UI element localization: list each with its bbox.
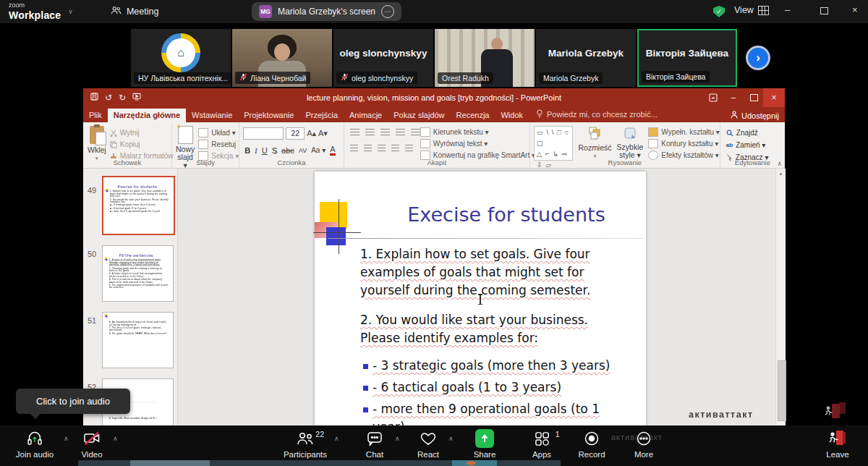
participant-tile-orest[interactable]: Orest Radukh bbox=[435, 29, 535, 87]
leave-button[interactable]: Leave bbox=[817, 429, 858, 459]
start-slideshow-icon[interactable] bbox=[132, 93, 141, 103]
strikethrough-button[interactable]: abc bbox=[281, 146, 294, 155]
cut-button[interactable]: Wytnij bbox=[110, 127, 174, 138]
align-right-icon[interactable] bbox=[378, 145, 386, 152]
slide-scrollbar[interactable]: ▲ bbox=[775, 169, 786, 425]
text-direction-button[interactable]: Kierunek tekstu ▾ bbox=[420, 127, 535, 137]
share-icon bbox=[475, 429, 494, 448]
align-text-button[interactable]: Wyrównaj tekst ▾ bbox=[420, 138, 535, 149]
window-restore-button[interactable] bbox=[820, 7, 828, 14]
participant-tile-mariola[interactable]: Mariola Grzebyk Mariola Grzebyk bbox=[536, 29, 636, 87]
scrollbar-thumb[interactable] bbox=[778, 360, 786, 421]
bullet-square bbox=[363, 364, 368, 369]
columns-icon[interactable] bbox=[405, 145, 413, 152]
copy-button[interactable]: Kopiuj bbox=[110, 139, 174, 150]
tab-projektowanie[interactable]: Projektowanie bbox=[238, 109, 299, 122]
redo-icon[interactable]: ↻ bbox=[119, 93, 126, 103]
join-audio-button[interactable]: Join audio bbox=[10, 429, 59, 459]
slide-thumbnail-51[interactable]: 6. Are broadly defined targets or future… bbox=[102, 312, 174, 368]
workspace-chevron-down-icon[interactable]: ∨ bbox=[68, 8, 73, 15]
participant-name-label: Вікторія Зайцева bbox=[646, 72, 705, 81]
text-shadow-button[interactable]: S bbox=[272, 146, 277, 155]
tell-me-search[interactable]: Powiedz mi, co chcesz zrobić... bbox=[536, 109, 658, 122]
view-button[interactable]: View bbox=[734, 5, 769, 15]
tab-pokaz-slajdow[interactable]: Pokaz slajdów bbox=[388, 109, 450, 122]
layout-button[interactable]: Układ ▾ bbox=[198, 127, 239, 138]
tab-przejscia[interactable]: Przejścia bbox=[299, 109, 344, 122]
align-center-icon[interactable] bbox=[364, 145, 372, 152]
collapse-ribbon-icon[interactable]: ∧ bbox=[777, 160, 782, 167]
grow-font-button[interactable]: A▴ bbox=[307, 129, 316, 138]
change-case-button[interactable]: Aa ▾ bbox=[311, 146, 326, 154]
quick-styles-button[interactable]: Szybkiestyle ▾ bbox=[617, 122, 644, 161]
react-button[interactable]: React bbox=[412, 429, 444, 459]
video-options-chevron[interactable]: ∧ bbox=[113, 435, 118, 442]
participant-tile-liana[interactable]: Ліана Чернобай bbox=[232, 29, 332, 87]
apps-button[interactable]: 1 Apps bbox=[525, 429, 558, 459]
font-name-input[interactable] bbox=[243, 127, 284, 140]
react-chevron[interactable]: ∧ bbox=[448, 435, 454, 442]
screen-share-indicator-pill[interactable]: MG Mariola Grzebyk's screen ⋯ bbox=[252, 2, 401, 21]
arrange-button[interactable]: Rozmieść ▾ bbox=[578, 122, 611, 161]
increase-indent-icon[interactable] bbox=[396, 129, 405, 136]
tab-wstawianie[interactable]: Wstawianie bbox=[186, 109, 238, 122]
tab-narzedzia-glowne[interactable]: Narzędzia główne bbox=[108, 109, 186, 122]
participant-tile-viktoria-active[interactable]: Вікторія Зайцева Вікторія Зайцева bbox=[637, 29, 737, 87]
shape-outline-button[interactable]: Kontury kształtu ▾ bbox=[648, 138, 720, 149]
justify-icon[interactable] bbox=[391, 145, 399, 152]
participant-display-name: oleg slonchynskyy bbox=[333, 29, 433, 77]
slide-title[interactable]: Execise for students bbox=[380, 203, 633, 226]
save-icon[interactable] bbox=[90, 93, 98, 103]
paste-button[interactable]: Wklej ▾ bbox=[88, 122, 106, 161]
line-spacing-icon[interactable] bbox=[411, 129, 420, 136]
audio-options-chevron[interactable]: ∧ bbox=[64, 435, 69, 442]
tab-animacje[interactable]: Animacje bbox=[344, 109, 388, 122]
record-button[interactable]: Record bbox=[574, 429, 609, 459]
video-button[interactable]: Video bbox=[75, 429, 109, 459]
participant-display-name: Вікторія Зайцева bbox=[639, 30, 736, 75]
slide-body-text[interactable]: 1. Explain how to set goals. Give four e… bbox=[360, 247, 650, 438]
align-left-icon[interactable] bbox=[350, 145, 358, 152]
underline-button[interactable]: U bbox=[262, 146, 268, 155]
window-close-button[interactable]: × bbox=[852, 4, 858, 15]
screen-share-label: Mariola Grzebyk's screen bbox=[278, 7, 375, 17]
character-spacing-button[interactable]: AV bbox=[299, 147, 307, 154]
ppt-minimize-button[interactable]: – bbox=[723, 88, 744, 107]
chat-chevron[interactable]: ∧ bbox=[395, 435, 400, 442]
next-participants-page-button[interactable]: › bbox=[748, 48, 768, 68]
tab-recenzja[interactable]: Recenzja bbox=[451, 109, 495, 122]
font-color-button[interactable]: A bbox=[330, 145, 335, 156]
font-size-input[interactable]: 22 bbox=[286, 127, 305, 140]
ppt-close-button[interactable]: × bbox=[763, 88, 785, 107]
bullets-icon[interactable] bbox=[350, 129, 359, 136]
slide-thumbnail-50[interactable]: Fill the sentences: 1. A process of achi… bbox=[102, 245, 174, 302]
tab-plik[interactable]: Plik bbox=[83, 109, 108, 122]
slide-canvas[interactable]: Execise for students 1. Explain how to s… bbox=[315, 171, 646, 425]
participants-button[interactable]: 22 Participants bbox=[282, 429, 328, 459]
slide-thumbnail-49[interactable]: Execise for students 1. Explain how to s… bbox=[102, 176, 175, 235]
participants-chevron[interactable]: ∧ bbox=[334, 435, 339, 442]
decrease-indent-icon[interactable] bbox=[380, 129, 390, 136]
reset-button[interactable]: Resetuj bbox=[198, 139, 239, 150]
pill-more-options-icon[interactable]: ⋯ bbox=[381, 5, 394, 18]
shrink-font-button[interactable]: A▾ bbox=[318, 129, 328, 138]
undo-icon[interactable]: ↺ bbox=[105, 93, 112, 103]
share-presentation-button[interactable]: Udostępnij bbox=[731, 111, 779, 120]
chat-button[interactable]: Chat bbox=[359, 429, 391, 459]
shapes-gallery[interactable]: ▭ \ \ □ ○ ▢ △ ⌐ ↳ ⇨ ⇩ ▱ ∿ ◠ ≀ { } ☆ bbox=[534, 126, 574, 161]
numbering-icon[interactable] bbox=[365, 129, 375, 136]
ppt-restore-button[interactable] bbox=[743, 88, 765, 107]
share-button[interactable]: Share bbox=[467, 429, 502, 459]
bold-button[interactable]: B bbox=[244, 146, 250, 155]
italic-button[interactable]: I bbox=[255, 146, 258, 155]
participant-tile-university[interactable]: ⌂ НУ Львівська політехнік... bbox=[131, 29, 231, 87]
meeting-tab[interactable]: Meeting bbox=[111, 6, 158, 17]
participant-tile-oleg[interactable]: oleg slonchynskyy oleg slonchynskyy bbox=[333, 29, 433, 87]
tab-widok[interactable]: Widok bbox=[495, 109, 529, 122]
replace-button[interactable]: ab Zamień ▾ bbox=[726, 140, 785, 151]
shape-fill-button[interactable]: Wypełn. kształtu ▾ bbox=[648, 127, 720, 137]
scroll-up-icon[interactable]: ▲ bbox=[776, 169, 786, 178]
window-minimize-button[interactable]: – bbox=[785, 4, 790, 15]
ribbon-display-options-icon[interactable] bbox=[702, 88, 724, 107]
find-button[interactable]: Znajdź bbox=[726, 127, 785, 138]
